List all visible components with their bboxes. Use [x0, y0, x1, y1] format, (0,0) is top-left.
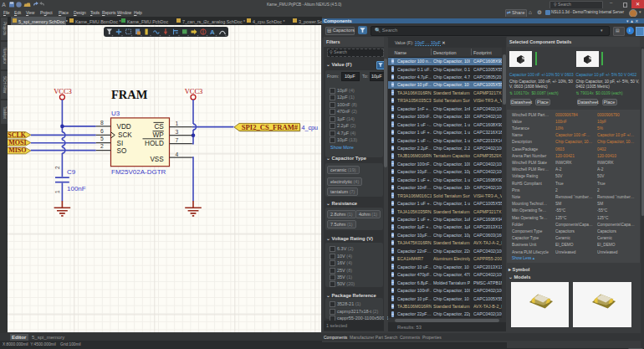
svg-text:CS: CS [154, 123, 164, 131]
svg-text:1: 1 [54, 190, 60, 193]
svg-text:VDD: VDD [117, 123, 131, 131]
svg-text:HOLD: HOLD [145, 139, 164, 146]
svg-text:2: 2 [100, 143, 104, 149]
svg-text:3: 3 [176, 128, 179, 134]
svg-text:VCC3: VCC3 [54, 86, 72, 95]
svg-text:FM25V02A-DGTR: FM25V02A-DGTR [111, 168, 166, 176]
svg-text:7: 7 [176, 136, 179, 142]
svg-text:FRAM: FRAM [111, 88, 148, 101]
svg-text:2: 2 [54, 166, 60, 169]
svg-text:6: 6 [100, 128, 104, 134]
svg-text:MOSI: MOSI [8, 139, 26, 146]
svg-text:8: 8 [100, 120, 104, 126]
svg-text:1: 1 [176, 120, 179, 126]
svg-text:SI: SI [117, 139, 124, 146]
svg-text:SPI2_CS_FRAM#: SPI2_CS_FRAM# [242, 122, 299, 131]
svg-text:4_cpu: 4_cpu [302, 123, 319, 131]
svg-text:U3: U3 [111, 110, 120, 117]
svg-text:VSS: VSS [150, 156, 164, 163]
svg-text:C9: C9 [67, 167, 76, 175]
svg-text:100nF: 100nF [67, 185, 86, 192]
svg-text:SCK: SCK [118, 131, 132, 139]
svg-text:SO: SO [117, 147, 127, 155]
svg-text:4: 4 [176, 151, 179, 157]
svg-text:SCLK: SCLK [8, 131, 27, 138]
svg-text:WP: WP [153, 131, 165, 139]
svg-text:5: 5 [100, 136, 104, 141]
svg-text:A: A [210, 28, 215, 36]
svg-text:A: A [2, 2, 6, 8]
svg-text:VCC3: VCC3 [185, 86, 203, 95]
svg-text:MISO: MISO [8, 146, 26, 154]
